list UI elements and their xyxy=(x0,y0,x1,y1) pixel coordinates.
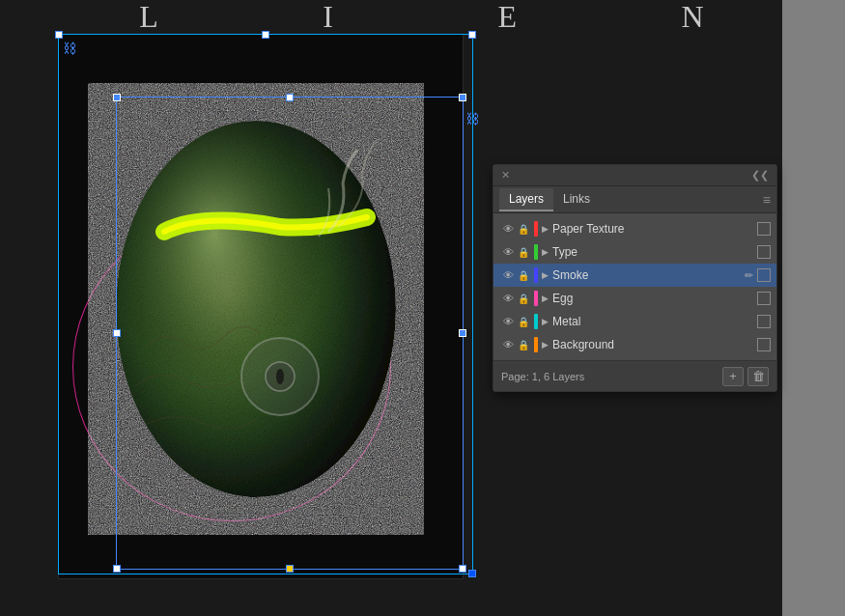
layer-arrow-background[interactable]: ▶ xyxy=(542,340,549,350)
layer-color-paper-texture xyxy=(534,221,538,237)
panel-tabs: Layers Links ≡ xyxy=(493,186,776,213)
panel-menu-icon[interactable]: ≡ xyxy=(763,192,771,208)
layer-row-background[interactable]: 👁 🔒 ▶ Background xyxy=(493,333,776,356)
chain-link-icon-tr: ⛓ xyxy=(465,111,479,126)
layer-color-smoke xyxy=(534,267,538,283)
layer-lock-metal[interactable]: 🔒 xyxy=(517,315,530,328)
layer-lock-type[interactable]: 🔒 xyxy=(517,245,530,259)
layer-arrow-metal[interactable]: ▶ xyxy=(542,317,549,326)
layer-color-type xyxy=(534,244,538,260)
pencil-icon-smoke: ✏ xyxy=(745,269,753,282)
letter-n: N xyxy=(682,0,706,35)
layer-row-paper-texture[interactable]: 👁 🔒 ▶ Paper Texture xyxy=(493,217,776,240)
letter-l: L xyxy=(139,0,160,35)
layer-thumb-type xyxy=(757,245,771,259)
layer-thumb-background xyxy=(757,338,771,351)
panel-titlebar: ✕ ❮❮ xyxy=(493,165,776,186)
tab-links[interactable]: Links xyxy=(553,188,600,211)
layers-panel: ✕ ❮❮ Layers Links ≡ 👁 🔒 ▶ Paper Texture … xyxy=(493,164,777,392)
layer-eye-type[interactable]: 👁 xyxy=(499,243,517,261)
layer-arrow-type[interactable]: ▶ xyxy=(542,247,549,257)
svg-point-4 xyxy=(276,369,284,384)
layer-thumb-paper-texture xyxy=(757,222,771,236)
layer-row-egg[interactable]: 👁 🔒 ▶ Egg xyxy=(493,287,776,310)
egg-image xyxy=(87,77,454,541)
layer-arrow-smoke[interactable]: ▶ xyxy=(542,270,549,280)
layer-eye-background[interactable]: 👁 xyxy=(499,336,517,353)
panel-close-button[interactable]: ✕ xyxy=(501,169,510,182)
canvas-area: L I E N ⛓ ⛓ xyxy=(0,0,845,616)
layer-row-smoke[interactable]: 👁 🔒 ▶ Smoke ✏ xyxy=(493,264,776,287)
layer-color-background xyxy=(534,337,538,352)
right-sidebar xyxy=(782,0,845,616)
layer-row-metal[interactable]: 👁 🔒 ▶ Metal xyxy=(493,310,776,333)
layer-lock-paper-texture[interactable]: 🔒 xyxy=(517,222,530,236)
delete-layer-button[interactable]: 🗑 xyxy=(747,367,769,386)
layer-eye-smoke[interactable]: 👁 xyxy=(499,266,517,284)
title-letters: L I E N xyxy=(58,0,787,34)
layer-name-smoke: Smoke xyxy=(552,268,745,282)
layer-lock-smoke[interactable]: 🔒 xyxy=(517,268,530,282)
letter-i: I xyxy=(323,0,335,35)
layer-color-egg xyxy=(534,291,538,306)
layer-thumb-metal xyxy=(757,315,771,328)
layer-row-type[interactable]: 👁 🔒 ▶ Type xyxy=(493,240,776,264)
layer-name-background: Background xyxy=(552,338,757,351)
layer-name-paper-texture: Paper Texture xyxy=(552,222,757,236)
svg-point-1 xyxy=(116,121,396,497)
layer-lock-egg[interactable]: 🔒 xyxy=(517,292,530,305)
layer-name-type: Type xyxy=(552,245,757,259)
layer-eye-egg[interactable]: 👁 xyxy=(499,290,517,307)
page-info-label: Page: 1, 6 Layers xyxy=(501,371,718,382)
chain-link-icon-tl: ⛓ xyxy=(63,41,76,56)
layer-thumb-smoke xyxy=(757,268,771,282)
layer-thumb-egg xyxy=(757,292,771,305)
layer-lock-background[interactable]: 🔒 xyxy=(517,338,530,351)
letter-e: E xyxy=(498,0,520,35)
layer-name-metal: Metal xyxy=(552,315,757,328)
add-layer-button[interactable]: + xyxy=(722,367,744,386)
panel-collapse-button[interactable]: ❮❮ xyxy=(751,169,769,182)
layer-eye-metal[interactable]: 👁 xyxy=(499,313,517,330)
layer-name-egg: Egg xyxy=(552,292,757,305)
layer-color-metal xyxy=(534,314,538,329)
outer-handle-br xyxy=(468,570,476,577)
panel-footer: Page: 1, 6 Layers + 🗑 xyxy=(493,360,776,391)
layers-list: 👁 🔒 ▶ Paper Texture 👁 🔒 ▶ Type 👁 🔒 xyxy=(493,213,776,360)
layer-arrow-egg[interactable]: ▶ xyxy=(542,294,549,303)
layer-arrow-paper-texture[interactable]: ▶ xyxy=(542,224,549,234)
layer-eye-paper-texture[interactable]: 👁 xyxy=(499,220,517,238)
tab-layers[interactable]: Layers xyxy=(499,188,553,211)
